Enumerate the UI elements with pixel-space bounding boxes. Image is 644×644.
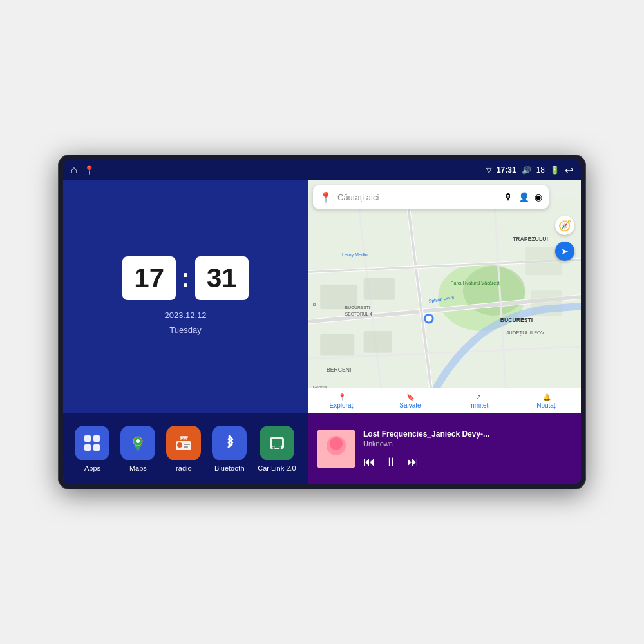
svg-point-18 [279, 446, 281, 449]
status-left-icons: ⌂ 📍 [71, 164, 95, 176]
app-item-bluetooth[interactable]: Bluetooth [212, 426, 247, 472]
google-maps-pin-icon: 📍 [319, 191, 332, 204]
map-nav-explore[interactable]: 📍 Explorați [308, 393, 376, 409]
app-item-apps[interactable]: Apps [75, 426, 109, 472]
svg-text:Leroy Merlin: Leroy Merlin [342, 252, 368, 258]
svg-rect-19 [275, 446, 279, 448]
app-label-radio: radio [176, 464, 191, 472]
maps-icon[interactable]: 📍 [84, 165, 95, 175]
map-area[interactable]: TRAPEZULUI BUCUREȘTI JUDEȚUL ILFOV BERCE… [308, 180, 581, 413]
svg-rect-2 [84, 444, 91, 451]
svg-text:FM: FM [180, 436, 187, 440]
back-icon[interactable]: ↩ [565, 164, 573, 176]
radio-icon: FM [166, 426, 201, 460]
prev-button[interactable]: ⏮ [363, 455, 375, 469]
svg-rect-0 [84, 435, 91, 442]
music-controls: ⏮ ⏸ ⏭ [363, 455, 572, 469]
apps-icon [75, 426, 109, 460]
apps-row: Apps Maps [63, 413, 308, 484]
carlink-icon [260, 426, 294, 460]
device-body: ⌂ 📍 ▽ 17:31 🔊 18 🔋 ↩ 17 : [58, 155, 586, 489]
status-bar: ⌂ 📍 ▽ 17:31 🔊 18 🔋 ↩ [63, 160, 581, 180]
svg-rect-16 [272, 439, 282, 446]
explore-label: Explorați [330, 402, 355, 409]
volume-icon: 🔊 [522, 166, 531, 175]
svg-rect-34 [320, 334, 354, 356]
saved-icon: 🔖 [406, 393, 414, 401]
play-pause-button[interactable]: ⏸ [385, 455, 397, 469]
battery-icon: 🔋 [550, 166, 560, 175]
voice-search-icon[interactable]: 🎙 [504, 192, 513, 202]
left-panel: 17 : 31 2023.12.12 Tuesday [63, 180, 308, 484]
next-button[interactable]: ⏭ [407, 455, 419, 469]
music-player: Lost Frequencies_Janieck Devy-... Unknow… [308, 413, 581, 484]
music-artist: Unknown [363, 440, 572, 448]
status-time: 17:31 [497, 166, 516, 175]
send-icon: ↗ [476, 393, 481, 401]
explore-icon: 📍 [338, 393, 346, 401]
clock-hour: 17 [122, 256, 176, 300]
svg-text:TRAPEZULUI: TRAPEZULUI [513, 236, 548, 242]
svg-text:Parcul Natural Văcărești: Parcul Natural Văcărești [451, 280, 501, 286]
map-nav-news[interactable]: 🔔 Noutăți [513, 393, 581, 409]
maps-app-icon [120, 426, 155, 460]
clock-date: 2023.12.12 Tuesday [164, 308, 206, 338]
app-label-carlink: Car Link 2.0 [258, 464, 296, 472]
svg-rect-3 [93, 444, 100, 451]
svg-text:SECTORUL 4: SECTORUL 4 [345, 312, 372, 316]
map-nav-saved[interactable]: 🔖 Salvate [376, 393, 444, 409]
map-bottom-nav: 📍 Explorați 🔖 Salvate ↗ Trimiteți 🔔 [308, 388, 581, 413]
app-label-apps: Apps [84, 464, 100, 472]
send-label: Trimiteți [467, 402, 489, 409]
main-content: 17 : 31 2023.12.12 Tuesday [63, 180, 581, 484]
app-item-carlink[interactable]: Car Link 2.0 [258, 426, 296, 472]
clock-separator: : [181, 263, 190, 294]
clock-widget: 17 : 31 2023.12.12 Tuesday [63, 180, 308, 413]
svg-text:BUCUREȘTI: BUCUREȘTI [345, 305, 370, 310]
svg-point-39 [426, 316, 432, 322]
music-thumbnail [317, 430, 355, 468]
compass-icon[interactable]: 🧭 [555, 216, 574, 235]
svg-rect-33 [364, 278, 395, 300]
app-item-maps[interactable]: Maps [120, 426, 155, 472]
svg-text:JUDEȚUL ILFOV: JUDEȚUL ILFOV [506, 330, 545, 336]
navigation-button[interactable]: ➤ [555, 242, 574, 261]
svg-text:și: și [313, 302, 316, 307]
app-item-radio[interactable]: FM radio [166, 426, 201, 472]
svg-rect-10 [184, 444, 190, 445]
svg-text:BUCUREȘTI: BUCUREȘTI [500, 317, 533, 323]
map-svg: TRAPEZULUI BUCUREȘTI JUDEȚUL ILFOV BERCE… [308, 180, 581, 413]
svg-rect-1 [93, 435, 100, 442]
account-icon[interactable]: 👤 [518, 192, 529, 202]
clock-minute: 31 [195, 256, 249, 300]
saved-label: Salvate [399, 402, 421, 409]
layers-icon[interactable]: ◉ [535, 192, 542, 202]
svg-text:BERCENI: BERCENI [327, 366, 351, 373]
news-icon: 🔔 [543, 393, 551, 401]
svg-rect-9 [177, 442, 182, 448]
app-label-bluetooth: Bluetooth [214, 464, 244, 472]
app-label-maps: Maps [129, 464, 147, 472]
clock-display: 17 : 31 [122, 256, 248, 300]
volume-level: 18 [536, 166, 545, 175]
map-search-actions: 🎙 👤 ◉ [504, 192, 542, 202]
music-info: Lost Frequencies_Janieck Devy-... Unknow… [363, 430, 572, 469]
signal-icon: ▽ [486, 166, 491, 175]
bluetooth-icon [212, 426, 247, 460]
svg-point-5 [136, 439, 140, 443]
map-search-text[interactable]: Căutați aici [337, 193, 499, 202]
map-nav-send[interactable]: ↗ Trimiteți [444, 393, 513, 409]
map-search-bar[interactable]: 📍 Căutați aici 🎙 👤 ◉ [313, 185, 549, 209]
news-label: Noutăți [536, 402, 557, 409]
svg-rect-35 [364, 331, 392, 353]
status-right-info: ▽ 17:31 🔊 18 🔋 ↩ [486, 164, 573, 176]
home-icon[interactable]: ⌂ [71, 164, 77, 176]
music-title: Lost Frequencies_Janieck Devy-... [363, 430, 572, 439]
svg-point-53 [330, 437, 343, 450]
right-panel: TRAPEZULUI BUCUREȘTI JUDEȚUL ILFOV BERCE… [308, 180, 581, 484]
svg-point-17 [272, 446, 275, 449]
svg-rect-11 [184, 446, 188, 448]
device-screen: ⌂ 📍 ▽ 17:31 🔊 18 🔋 ↩ 17 : [63, 160, 581, 484]
